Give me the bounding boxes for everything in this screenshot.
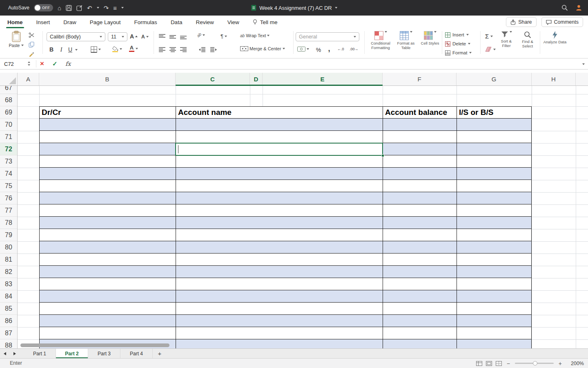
row-header-74[interactable]: 74 (0, 168, 17, 180)
text-direction-button[interactable]: ¶ (220, 33, 227, 39)
format-as-table-button[interactable]: Format as Table (394, 31, 418, 50)
document-title-group[interactable]: Week 4 Assignment (7) AC DR (251, 0, 337, 16)
find-select-button[interactable]: Find & Select (517, 31, 538, 49)
customize-toolbar-icon[interactable]: ≡ (113, 5, 117, 11)
row-header-70[interactable]: 70 (0, 119, 17, 131)
number-format-select[interactable]: General (296, 32, 359, 41)
decrease-font-size-button[interactable]: A (141, 34, 149, 40)
cell-B87[interactable] (39, 327, 176, 339)
customize-dropdown-icon[interactable] (121, 7, 124, 9)
row-header-78[interactable]: 78 (0, 217, 17, 229)
bold-button[interactable]: B (47, 45, 56, 54)
cell-F77[interactable] (383, 204, 457, 217)
sheet-tab-part1[interactable]: Part 1 (24, 349, 56, 358)
cell-F82[interactable] (383, 266, 457, 278)
cell-G83[interactable] (457, 278, 532, 290)
column-header-E[interactable]: E (263, 73, 383, 85)
analyze-data-button[interactable]: Analyze Data (543, 31, 567, 45)
sheet-tab-part2[interactable]: Part 2 (56, 349, 88, 358)
title-dropdown-icon[interactable] (335, 7, 337, 9)
tab-insert[interactable]: Insert (36, 16, 50, 29)
cell-C83[interactable] (176, 278, 383, 290)
cell-F83[interactable] (383, 278, 457, 290)
cell-C86[interactable] (176, 315, 383, 327)
align-left-button[interactable] (158, 47, 166, 52)
cell-F86[interactable] (383, 315, 457, 327)
wrap-text-button[interactable]: ab Wrap Text (240, 33, 270, 38)
cell-B69[interactable]: Dr/Cr (39, 106, 176, 119)
cell-F80[interactable] (383, 241, 457, 254)
column-header-A[interactable]: A (18, 73, 39, 85)
cell-C77[interactable] (176, 204, 383, 217)
cell-F78[interactable] (383, 217, 457, 229)
cell-G71[interactable] (457, 131, 532, 143)
cell-B77[interactable] (39, 204, 176, 217)
cell-B72[interactable] (39, 143, 176, 155)
tab-home[interactable]: Home (7, 16, 23, 29)
cell-C84[interactable] (176, 290, 383, 303)
cell-C69[interactable]: Account name (176, 106, 383, 119)
autosave-toggle[interactable]: OFF (34, 4, 53, 11)
row-header-71[interactable]: 71 (0, 131, 17, 143)
borders-dropdown-icon[interactable] (98, 49, 101, 50)
merge-center-dropdown-icon[interactable] (283, 48, 285, 49)
row-header-85[interactable]: 85 (0, 303, 17, 315)
cell-F81[interactable] (383, 254, 457, 266)
format-painter-button[interactable] (27, 50, 36, 57)
sheet-prev-button[interactable] (0, 349, 10, 358)
clear-button[interactable] (485, 47, 496, 52)
column-header-G[interactable]: G (457, 73, 532, 85)
cell-C71[interactable] (176, 131, 383, 143)
row-header-84[interactable]: 84 (0, 290, 17, 303)
cell-B83[interactable] (39, 278, 176, 290)
cell-F84[interactable] (383, 290, 457, 303)
cell-G84[interactable] (457, 290, 532, 303)
formula-bar-expand-icon[interactable] (582, 63, 585, 65)
paste-button[interactable]: Paste (7, 31, 26, 48)
align-right-button[interactable] (180, 47, 187, 52)
cell-G79[interactable] (457, 229, 532, 241)
row-header-68[interactable]: 68 (0, 94, 17, 106)
increase-font-size-button[interactable]: A (130, 33, 138, 40)
cell-C82[interactable] (176, 266, 383, 278)
tell-me-button[interactable]: Tell me (253, 16, 278, 29)
cell-G80[interactable] (457, 241, 532, 254)
cell-G70[interactable] (457, 119, 532, 131)
tab-formulas[interactable]: Formulas (134, 16, 157, 29)
italic-button[interactable]: I (57, 45, 65, 54)
cancel-entry-button[interactable]: × (40, 58, 44, 69)
cell-G75[interactable] (457, 180, 532, 192)
formula-input[interactable] (82, 58, 576, 69)
percent-style-button[interactable]: % (314, 45, 323, 54)
increase-indent-button[interactable] (210, 47, 217, 52)
cell-B80[interactable] (39, 241, 176, 254)
row-header-82[interactable]: 82 (0, 266, 17, 278)
column-header-B[interactable]: B (39, 73, 176, 85)
underline-button[interactable]: U (66, 45, 74, 54)
cell-F73[interactable] (383, 155, 457, 168)
fill-handle[interactable] (381, 154, 384, 157)
zoom-slider[interactable] (515, 363, 554, 364)
cell-F74[interactable] (383, 168, 457, 180)
name-box-stepper[interactable] (28, 61, 30, 66)
home-icon[interactable]: ⌂ (58, 5, 61, 11)
search-icon[interactable] (561, 4, 568, 11)
undo-icon[interactable]: ↶ (87, 5, 92, 11)
font-color-button[interactable]: A (129, 45, 138, 52)
cell-F87[interactable] (383, 327, 457, 339)
cell-B70[interactable] (39, 119, 176, 131)
align-middle-button[interactable] (169, 34, 176, 39)
save-icon[interactable] (66, 5, 72, 11)
fill-color-dropdown-icon[interactable] (120, 48, 122, 50)
underline-dropdown-icon[interactable] (75, 49, 78, 51)
account-avatar-icon[interactable] (575, 4, 582, 11)
confirm-entry-button[interactable]: ✓ (52, 58, 58, 69)
insert-function-button[interactable]: fx (65, 58, 71, 69)
row-header-87[interactable]: 87 (0, 327, 17, 339)
cell-B75[interactable] (39, 180, 176, 192)
delete-dropdown-icon[interactable] (468, 43, 470, 45)
merge-center-button[interactable]: Merge & Center (240, 46, 285, 51)
cell-F76[interactable] (383, 192, 457, 204)
align-top-button[interactable] (158, 34, 166, 39)
cell-G86[interactable] (457, 315, 532, 327)
